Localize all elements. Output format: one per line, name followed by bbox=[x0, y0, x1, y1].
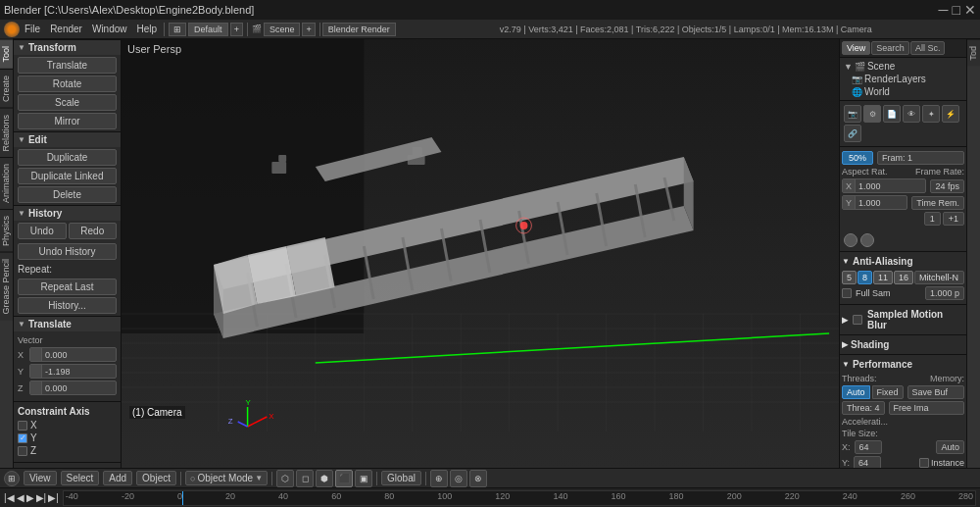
vtab-physics[interactable]: Physics bbox=[0, 209, 13, 252]
color-circle1[interactable] bbox=[844, 233, 858, 247]
x-constraint-checkbox[interactable] bbox=[18, 421, 27, 431]
rp-tab-search[interactable]: Search bbox=[871, 41, 909, 55]
viewport-3d[interactable]: User Persp bbox=[122, 39, 839, 468]
x-input[interactable]: 0.000 bbox=[29, 347, 117, 362]
menu-render[interactable]: Render bbox=[45, 23, 87, 35]
menu-window[interactable]: Window bbox=[87, 23, 132, 35]
mb-checkbox[interactable] bbox=[853, 315, 862, 325]
repeat-last-button[interactable]: Repeat Last bbox=[18, 279, 117, 295]
texture-icon[interactable]: ▣ bbox=[355, 470, 372, 487]
history-button[interactable]: History... bbox=[18, 297, 117, 314]
vtab-relations[interactable]: Relations bbox=[0, 108, 13, 158]
view-menu-item[interactable]: View bbox=[24, 471, 57, 485]
vtab-grease-pencil[interactable]: Grease Pencil bbox=[0, 252, 13, 321]
aa-val-5[interactable]: 5 bbox=[842, 271, 857, 284]
counter1: 1 bbox=[924, 212, 941, 226]
render-layers-item[interactable]: 📷 RenderLayers bbox=[842, 73, 964, 85]
aa-val-11[interactable]: 11 bbox=[873, 271, 893, 284]
render-settings-icon[interactable]: ⚙ bbox=[863, 105, 881, 123]
constraints-icon[interactable]: 🔗 bbox=[844, 125, 861, 142]
duplicate-linked-button[interactable]: Duplicate Linked bbox=[18, 168, 117, 184]
frame-next[interactable]: ▶| bbox=[36, 492, 47, 503]
pivot-icon[interactable]: ⊗ bbox=[469, 470, 487, 487]
auto-button[interactable]: Auto bbox=[842, 385, 870, 399]
window-title: Blender [C:\Users\Alex\Desktop\Engine2Bo… bbox=[4, 4, 254, 16]
rp-tab-view[interactable]: View bbox=[842, 41, 870, 55]
x-constraint-row: X bbox=[18, 420, 117, 431]
object-menu-item[interactable]: Object bbox=[136, 471, 176, 485]
aa-val-16[interactable]: 16 bbox=[894, 271, 913, 284]
frame-prev[interactable]: ◀ bbox=[17, 492, 24, 503]
output-icon[interactable]: 📄 bbox=[883, 105, 901, 123]
global-selector[interactable]: Global bbox=[381, 471, 421, 485]
rotate-button[interactable]: Rotate bbox=[18, 76, 117, 92]
duplicate-button[interactable]: Duplicate bbox=[18, 149, 117, 166]
view-icon[interactable]: 👁 bbox=[903, 105, 920, 123]
redo-button[interactable]: Redo bbox=[69, 223, 118, 239]
scene-add-icon[interactable]: + bbox=[302, 23, 315, 36]
minimize-button[interactable]: ─ bbox=[939, 2, 949, 18]
undo-history-button[interactable]: Undo History bbox=[18, 243, 117, 260]
instance-checkbox[interactable] bbox=[919, 458, 929, 468]
maximize-button[interactable]: □ bbox=[953, 2, 960, 18]
engine-selector[interactable]: Blender Render bbox=[322, 23, 396, 36]
object-mode-selector[interactable]: ○ Object Mode ▼ bbox=[185, 471, 268, 485]
blender-header: File Render Window Help ⊞ Default + 🎬 Sc… bbox=[0, 20, 980, 39]
select-menu-item[interactable]: Select bbox=[61, 471, 100, 485]
z-constraint-checkbox[interactable] bbox=[18, 446, 27, 456]
translate-section-header2[interactable]: ▼ Translate bbox=[14, 316, 121, 331]
edit-section-header[interactable]: ▼ Edit bbox=[14, 131, 121, 147]
layout-add-icon[interactable]: + bbox=[230, 23, 243, 36]
vtab-tod[interactable]: Tod bbox=[967, 39, 980, 67]
scene-item[interactable]: ▼ 🎬 Scene bbox=[842, 60, 964, 73]
vtab-animation[interactable]: Animation bbox=[0, 157, 13, 209]
transform-section-header[interactable]: ▼ Transform bbox=[14, 39, 121, 55]
vtab-create[interactable]: Create bbox=[0, 69, 13, 108]
y-constraint-checkbox[interactable]: ✓ bbox=[18, 433, 27, 443]
aspect-x-field[interactable]: X 1.000 bbox=[842, 178, 926, 193]
history-section-header[interactable]: ▼ History bbox=[14, 205, 121, 221]
aa-val-8[interactable]: 8 bbox=[858, 271, 872, 284]
layout-selector[interactable]: Default bbox=[188, 23, 228, 36]
add-menu-item[interactable]: Add bbox=[103, 471, 132, 485]
auto-label2[interactable]: Auto bbox=[936, 440, 964, 454]
color-circle2[interactable] bbox=[860, 233, 874, 247]
fixed-button[interactable]: Fixed bbox=[872, 385, 904, 399]
vtab-tool[interactable]: Tool bbox=[0, 39, 13, 69]
y-input[interactable]: -1.198 bbox=[29, 364, 117, 379]
wire-icon[interactable]: ⬢ bbox=[316, 470, 333, 487]
tile-x-value[interactable]: 64 bbox=[855, 440, 882, 454]
render-mode-icon[interactable]: ◻ bbox=[296, 470, 314, 487]
menu-help[interactable]: Help bbox=[132, 23, 163, 35]
rp-tab-all[interactable]: All Sc. bbox=[910, 41, 946, 55]
aa-method[interactable]: Mitchell-N bbox=[914, 271, 964, 284]
world-item[interactable]: 🌐 World bbox=[842, 85, 964, 98]
particles-icon[interactable]: ✦ bbox=[922, 105, 940, 123]
play-button[interactable]: ▶ bbox=[26, 492, 34, 503]
aspect-y-field[interactable]: Y 1.000 bbox=[842, 195, 907, 210]
menu-file[interactable]: File bbox=[20, 23, 45, 35]
undo-button[interactable]: Undo bbox=[18, 223, 67, 239]
x-input-label bbox=[30, 348, 42, 361]
tile-y-value[interactable]: 64 bbox=[854, 456, 881, 468]
resolution-button[interactable]: 50% bbox=[842, 151, 873, 165]
view-widget[interactable]: ⊞ bbox=[4, 471, 20, 486]
translate-button[interactable]: Translate bbox=[18, 57, 117, 74]
snap-icon[interactable]: ⊕ bbox=[430, 470, 448, 487]
proportional-icon[interactable]: ◎ bbox=[450, 470, 467, 487]
frame-start[interactable]: |◀ bbox=[4, 492, 15, 503]
frame-end[interactable]: ▶| bbox=[48, 492, 59, 503]
layout-icon[interactable]: ⊞ bbox=[169, 23, 186, 36]
scene-selector[interactable]: Scene bbox=[264, 23, 301, 36]
full-sample-checkbox[interactable] bbox=[842, 288, 852, 298]
physics-icon[interactable]: ⚡ bbox=[942, 105, 959, 123]
camera-render-icon[interactable]: 📷 bbox=[844, 105, 861, 123]
solid-icon[interactable]: ⬛ bbox=[335, 470, 353, 487]
transform-icon[interactable]: ⬡ bbox=[276, 470, 294, 487]
timeline-ruler[interactable]: -40 -20 0 20 40 60 80 100 120 140 160 18… bbox=[63, 490, 976, 506]
delete-button[interactable]: Delete bbox=[18, 186, 117, 203]
scale-button[interactable]: Scale bbox=[18, 94, 117, 111]
z-input[interactable]: 0.000 bbox=[29, 380, 117, 395]
close-button[interactable]: ✕ bbox=[964, 2, 976, 18]
mirror-button[interactable]: Mirror bbox=[18, 113, 117, 129]
